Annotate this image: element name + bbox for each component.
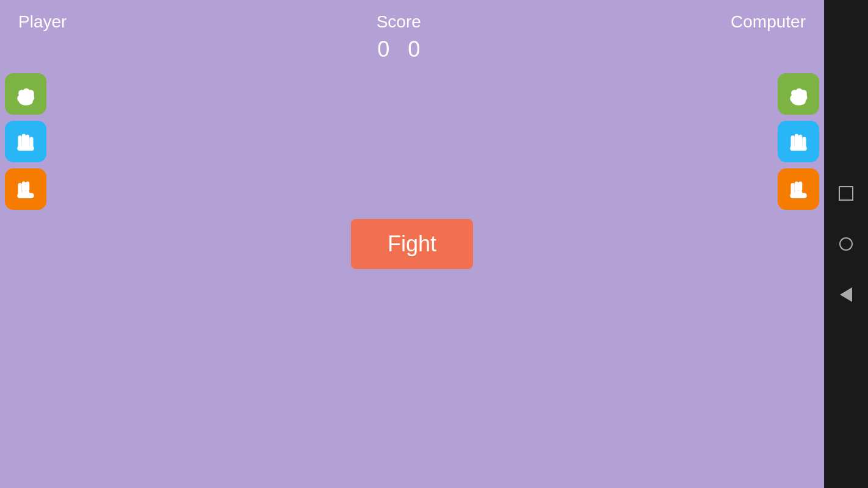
svg-rect-37 [798,182,802,192]
nav-circle-button[interactable] [839,237,853,251]
fight-button[interactable]: Fight [351,219,473,269]
svg-rect-39 [795,191,803,195]
computer-rock-button[interactable] [778,73,819,115]
game-area: Player Score 0 0 Computer [0,0,824,488]
svg-point-9 [19,91,34,100]
back-icon [840,287,852,302]
score-section: Score 0 0 [377,12,421,62]
score-title: Score [377,12,421,32]
svg-rect-14 [17,146,34,151]
svg-rect-16 [22,182,26,192]
svg-point-29 [792,91,807,100]
computer-score: 0 [408,37,420,62]
computer-paper-button[interactable] [778,121,819,162]
nav-square-button[interactable] [839,186,853,201]
score-values: 0 0 [377,37,420,62]
computer-moves [778,73,819,210]
header: Player Score 0 0 Computer [0,0,824,74]
player-label: Player [18,12,67,32]
player-scissors-button[interactable] [5,168,46,210]
nav-back-button[interactable] [840,287,852,302]
svg-rect-34 [790,146,807,151]
computer-label: Computer [731,12,806,32]
computer-scissors-button[interactable] [778,168,819,210]
player-score: 0 [377,37,389,62]
player-moves [5,73,46,210]
svg-rect-17 [26,182,29,192]
player-paper-button[interactable] [5,121,46,162]
svg-rect-36 [795,182,798,192]
circle-icon [839,237,853,251]
square-icon [839,186,853,201]
player-rock-button[interactable] [5,73,46,115]
android-nav-bar [824,0,868,488]
svg-rect-19 [22,191,30,195]
